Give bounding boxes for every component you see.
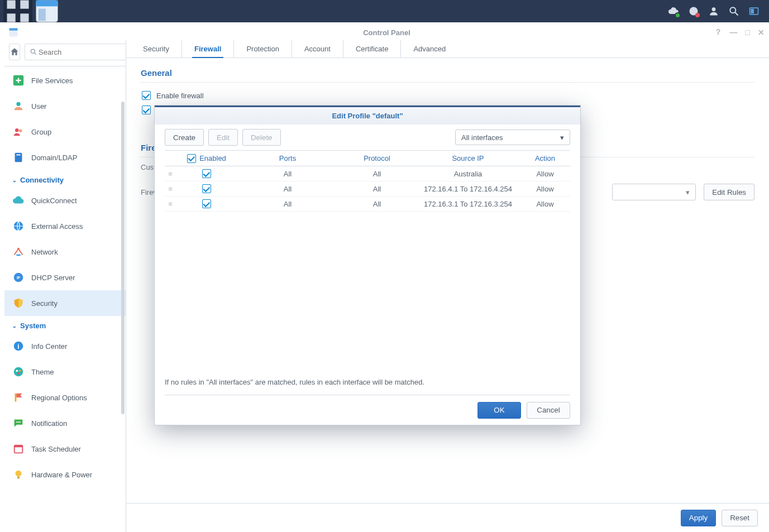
window-title: Control Panel bbox=[363, 28, 410, 37]
interface-select[interactable]: All interfaces ▾ bbox=[455, 130, 570, 145]
tab-protection[interactable]: Protection bbox=[234, 40, 292, 57]
home-button[interactable] bbox=[9, 44, 20, 60]
window-help-icon[interactable]: ？ bbox=[714, 27, 722, 37]
cell-ports: All bbox=[237, 200, 338, 208]
notifications-icon[interactable] bbox=[687, 5, 700, 17]
sidebar-item-info-center[interactable]: i Info Center bbox=[4, 333, 126, 359]
svg-point-20 bbox=[19, 129, 22, 132]
row-enabled-checkbox[interactable] bbox=[202, 199, 211, 208]
svg-point-32 bbox=[19, 370, 21, 372]
sidebar-item-external-access[interactable]: External Access bbox=[4, 213, 126, 239]
delete-button[interactable]: Delete bbox=[242, 129, 281, 146]
cell-protocol: All bbox=[338, 200, 416, 208]
sidebar-item-label: Hardware & Power bbox=[31, 471, 92, 479]
user-icon[interactable] bbox=[708, 5, 720, 17]
reset-button[interactable]: Reset bbox=[722, 510, 758, 526]
svg-line-16 bbox=[35, 53, 36, 55]
svg-rect-39 bbox=[15, 445, 23, 448]
sidebar-item-regional[interactable]: Regional Options bbox=[4, 385, 126, 410]
svg-rect-0 bbox=[7, 1, 16, 9]
svg-rect-41 bbox=[17, 477, 20, 479]
col-ports: Ports bbox=[237, 154, 338, 162]
sidebar-item-hardware-power[interactable]: Hardware & Power bbox=[4, 462, 126, 487]
sidebar-item-security[interactable]: Security bbox=[4, 290, 126, 316]
table-row[interactable]: ≡ All All 172.16.3.1 To 172.16.3.254 All… bbox=[165, 196, 570, 212]
svg-point-35 bbox=[16, 421, 17, 423]
dialog-note: If no rules in "All interfaces" are matc… bbox=[155, 369, 580, 395]
person-icon bbox=[12, 100, 25, 112]
sidebar-item-label: Domain/LDAP bbox=[31, 154, 77, 162]
svg-rect-25 bbox=[16, 255, 20, 256]
enable-firewall-checkbox[interactable]: Enable firewall bbox=[141, 88, 754, 103]
svg-rect-22 bbox=[16, 155, 20, 156]
widgets-icon[interactable] bbox=[748, 5, 760, 17]
svg-point-8 bbox=[712, 7, 716, 11]
search-icon[interactable] bbox=[728, 5, 740, 17]
sidebar-item-notification[interactable]: Notification bbox=[4, 410, 126, 436]
sidebar-item-user[interactable]: User bbox=[4, 93, 126, 119]
sidebar-search[interactable] bbox=[25, 44, 126, 60]
tab-advanced[interactable]: Advanced bbox=[401, 40, 458, 57]
tabs: Security Firewall Protection Account Cer… bbox=[126, 40, 769, 58]
row-enabled-checkbox[interactable] bbox=[202, 169, 211, 178]
create-button[interactable]: Create bbox=[165, 129, 204, 146]
col-enabled: Enabled bbox=[199, 154, 226, 162]
dhcp-icon: IP bbox=[12, 271, 25, 284]
svg-rect-6 bbox=[39, 9, 46, 21]
tab-firewall[interactable]: Firewall bbox=[182, 40, 234, 57]
sidebar-item-network[interactable]: Network bbox=[4, 239, 126, 265]
sidebar-item-quickconnect[interactable]: QuickConnect bbox=[4, 188, 126, 213]
checkbox-icon bbox=[142, 106, 151, 114]
drag-handle-icon[interactable]: ≡ bbox=[165, 200, 176, 208]
profile-select[interactable]: ▾ bbox=[612, 184, 696, 200]
sidebar-item-theme[interactable]: Theme bbox=[4, 359, 126, 385]
chat-icon bbox=[12, 417, 25, 429]
drag-handle-icon[interactable]: ≡ bbox=[165, 170, 176, 178]
cell-action: Allow bbox=[520, 185, 570, 193]
window-titlebar: Control Panel ？ — □ ✕ bbox=[4, 25, 769, 40]
sidebar-item-domain-ldap[interactable]: Domain/LDAP bbox=[4, 145, 126, 170]
sidebar-scrollbar[interactable] bbox=[121, 102, 125, 414]
section-general-heading: General bbox=[141, 68, 754, 78]
open-window-thumb[interactable] bbox=[32, 0, 61, 22]
window-minimize-icon[interactable]: — bbox=[730, 28, 738, 37]
table-row[interactable]: ≡ All All 172.16.4.1 To 172.16.4.254 All… bbox=[165, 181, 570, 196]
col-action: Action bbox=[520, 154, 570, 162]
row-enabled-checkbox[interactable] bbox=[202, 184, 211, 193]
window-maximize-icon[interactable]: □ bbox=[746, 28, 750, 37]
calendar-icon bbox=[12, 443, 25, 455]
sidebar-item-group[interactable]: Group bbox=[4, 119, 126, 145]
tab-account[interactable]: Account bbox=[292, 40, 343, 57]
svg-point-19 bbox=[15, 128, 18, 132]
apply-button[interactable]: Apply bbox=[681, 510, 716, 526]
sidebar-item-label: DHCP Server bbox=[31, 274, 75, 282]
sidebar-item-label: Task Scheduler bbox=[31, 445, 81, 453]
cell-action: Allow bbox=[520, 170, 570, 178]
ok-button[interactable]: OK bbox=[477, 402, 521, 419]
tab-security[interactable]: Security bbox=[131, 40, 182, 57]
sidebar-item-label: File Services bbox=[31, 76, 73, 85]
header-enabled-checkbox[interactable] bbox=[187, 154, 196, 163]
chevron-down-icon: ▾ bbox=[560, 133, 564, 142]
tab-certificate[interactable]: Certificate bbox=[343, 40, 402, 57]
sidebar-item-task-scheduler[interactable]: Task Scheduler bbox=[4, 436, 126, 462]
main-menu-button[interactable] bbox=[3, 0, 32, 22]
sidebar-item-label: Regional Options bbox=[31, 394, 87, 402]
edit-rules-button[interactable]: Edit Rules bbox=[704, 184, 754, 200]
dialog-title: Edit Profile "default" bbox=[155, 106, 580, 124]
window-close-icon[interactable]: ✕ bbox=[758, 28, 765, 37]
table-row[interactable]: ≡ All All Australia Allow bbox=[165, 166, 570, 181]
sidebar-item-dhcp[interactable]: IP DHCP Server bbox=[4, 265, 126, 290]
taskbar bbox=[0, 0, 769, 22]
cloud-status-icon[interactable] bbox=[667, 5, 680, 17]
flag-icon bbox=[12, 391, 25, 404]
sidebar-section-system[interactable]: ⌃ System bbox=[4, 316, 126, 333]
sidebar-item-label: Security bbox=[31, 299, 58, 308]
drag-handle-icon[interactable]: ≡ bbox=[165, 185, 176, 193]
sidebar-search-input[interactable] bbox=[37, 47, 126, 57]
edit-button[interactable]: Edit bbox=[208, 129, 238, 146]
sidebar-section-connectivity[interactable]: ⌃ Connectivity bbox=[4, 170, 126, 188]
cancel-button[interactable]: Cancel bbox=[527, 402, 570, 419]
footer: Apply Reset bbox=[126, 503, 769, 532]
sidebar-item-file-services[interactable]: File Services bbox=[4, 68, 126, 93]
